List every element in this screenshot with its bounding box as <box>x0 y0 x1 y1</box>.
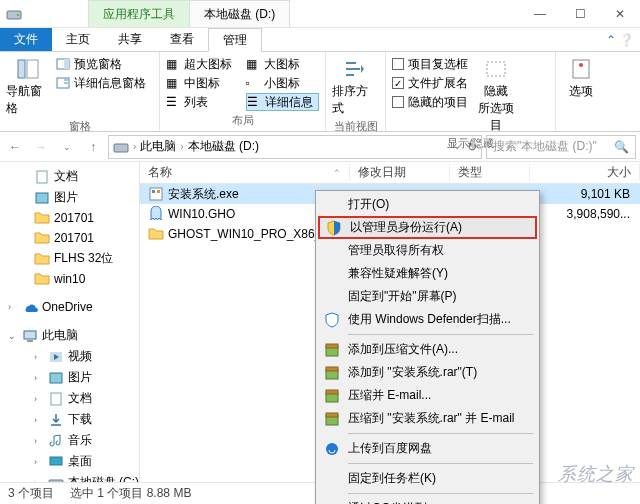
svg-rect-2 <box>18 60 25 78</box>
svg-rect-14 <box>36 193 48 203</box>
help-icon[interactable]: ⌃ ❔ <box>600 28 640 51</box>
details-pane-button[interactable]: 详细信息窗格 <box>56 74 146 92</box>
column-headers[interactable]: 名称⌃ 修改日期 类型 大小 <box>140 162 640 184</box>
nav-tree[interactable]: 文档 图片 201701 201701 FLHS 32位 win10 ›OneD… <box>0 162 140 482</box>
gho-icon <box>148 206 164 222</box>
layout-list[interactable]: ☰列表 <box>166 93 240 111</box>
maximize-button[interactable]: ☐ <box>560 1 600 27</box>
cm-pin-start[interactable]: 固定到"开始"屏幕(P) <box>318 285 537 308</box>
layout-details[interactable]: ☰详细信息 <box>246 93 320 111</box>
svg-rect-10 <box>573 60 589 78</box>
back-button[interactable]: ← <box>4 136 26 158</box>
svg-point-11 <box>579 63 583 67</box>
ribbon-tabs: 文件 主页 共享 查看 管理 ⌃ ❔ <box>0 28 640 52</box>
contextual-tab-tools[interactable]: 应用程序工具 <box>88 0 190 27</box>
winrar-icon <box>324 365 340 381</box>
drive-icon <box>6 6 22 22</box>
cm-compress-rar-email[interactable]: 压缩到 "安装系统.rar" 并 E-mail <box>318 407 537 430</box>
shield-icon <box>326 220 342 236</box>
item-count: 3 个项目 <box>8 485 54 502</box>
tree-folder[interactable]: win10 <box>0 269 139 289</box>
cm-baidu[interactable]: 上传到百度网盘 <box>318 437 537 460</box>
svg-rect-13 <box>37 171 47 183</box>
tree-pictures[interactable]: 图片 <box>0 187 139 208</box>
exe-icon <box>148 186 164 202</box>
layout-medium[interactable]: ▦中图标 <box>166 74 240 92</box>
cm-add-rar[interactable]: 添加到 "安装系统.rar"(T) <box>318 361 537 384</box>
qab-sep <box>26 6 42 22</box>
drive-icon <box>113 139 129 155</box>
svg-rect-16 <box>27 340 33 342</box>
nav-pane-button[interactable]: 导航窗格 <box>6 55 50 117</box>
tree-documents2[interactable]: ›文档 <box>0 388 139 409</box>
svg-rect-33 <box>326 413 338 417</box>
tree-folder[interactable]: 201701 <box>0 228 139 248</box>
minimize-button[interactable]: — <box>520 1 560 27</box>
cm-qq-send[interactable]: 通过QQ发送到▶ <box>318 497 537 504</box>
breadcrumb-drive[interactable]: 本地磁盘 (D:) <box>188 138 259 155</box>
home-tab[interactable]: 主页 <box>52 28 104 51</box>
cm-troubleshoot[interactable]: 兼容性疑难解答(Y) <box>318 262 537 285</box>
share-tab[interactable]: 共享 <box>104 28 156 51</box>
svg-rect-5 <box>64 59 69 69</box>
titlebar: 应用程序工具 本地磁盘 (D:) — ☐ ✕ <box>0 0 640 28</box>
breadcrumb-this-pc[interactable]: 此电脑 <box>140 138 176 155</box>
title-tab: 本地磁盘 (D:) <box>189 0 290 27</box>
file-tab[interactable]: 文件 <box>0 28 52 51</box>
cm-run-as-admin[interactable]: 以管理员身份运行(A) <box>318 216 537 239</box>
cm-defender[interactable]: 使用 Windows Defender扫描... <box>318 308 537 331</box>
view-tab[interactable]: 查看 <box>156 28 208 51</box>
sort-by-button[interactable]: 排序方式 <box>332 55 376 117</box>
layout-extra-large[interactable]: ▦超大图标 <box>166 55 240 73</box>
search-input[interactable]: 搜索"本地磁盘 (D:)" 🔍 <box>486 135 636 159</box>
svg-rect-19 <box>50 373 62 383</box>
svg-rect-3 <box>27 60 38 78</box>
refresh-icon[interactable]: ↻ <box>467 140 477 154</box>
svg-rect-27 <box>326 344 338 348</box>
search-icon: 🔍 <box>614 140 629 154</box>
svg-rect-9 <box>487 62 505 76</box>
hide-selected-button[interactable]: 隐藏 所选项目 <box>474 55 518 134</box>
cm-compress-email[interactable]: 压缩并 E-mail... <box>318 384 537 407</box>
defender-icon <box>324 312 340 328</box>
item-checkbox-toggle[interactable]: 项目复选框 <box>392 55 468 73</box>
tree-desktop[interactable]: ›桌面 <box>0 451 139 472</box>
svg-rect-12 <box>114 144 128 152</box>
tree-documents[interactable]: 文档 <box>0 166 139 187</box>
tree-this-pc[interactable]: ⌄此电脑 <box>0 325 139 346</box>
baidu-icon <box>324 441 340 457</box>
cm-pin-taskbar[interactable]: 固定到任务栏(K) <box>318 467 537 490</box>
selection-info: 选中 1 个项目 8.88 MB <box>70 485 191 502</box>
tree-onedrive[interactable]: ›OneDrive <box>0 297 139 317</box>
tree-videos[interactable]: ›视频 <box>0 346 139 367</box>
addressbar: ← → ⌄ ↑ › 此电脑 › 本地磁盘 (D:) ⌄↻ 搜索"本地磁盘 (D:… <box>0 132 640 162</box>
forward-button[interactable]: → <box>30 136 52 158</box>
tree-folder[interactable]: FLHS 32位 <box>0 248 139 269</box>
tree-music[interactable]: ›音乐 <box>0 430 139 451</box>
tree-folder[interactable]: 201701 <box>0 208 139 228</box>
file-ext-toggle[interactable]: ✓文件扩展名 <box>392 74 468 92</box>
manage-tab[interactable]: 管理 <box>208 28 262 52</box>
svg-rect-20 <box>51 393 61 405</box>
layout-large[interactable]: ▦大图标 <box>246 55 320 73</box>
recent-dropdown[interactable]: ⌄ <box>56 136 78 158</box>
cm-add-archive[interactable]: 添加到压缩文件(A)... <box>318 338 537 361</box>
preview-pane-button[interactable]: 预览窗格 <box>56 55 146 73</box>
winrar-icon <box>324 388 340 404</box>
up-button[interactable]: ↑ <box>82 136 104 158</box>
cm-take-ownership[interactable]: 管理员取得所有权 <box>318 239 537 262</box>
svg-rect-22 <box>49 480 63 483</box>
winrar-icon <box>324 411 340 427</box>
options-button[interactable]: 选项 <box>562 55 600 126</box>
hidden-items-toggle[interactable]: 隐藏的项目 <box>392 93 468 111</box>
breadcrumb[interactable]: › 此电脑 › 本地磁盘 (D:) ⌄↻ <box>108 135 482 159</box>
close-button[interactable]: ✕ <box>600 1 640 27</box>
svg-rect-15 <box>24 331 36 339</box>
svg-rect-23 <box>150 188 162 200</box>
tree-pictures2[interactable]: ›图片 <box>0 367 139 388</box>
tree-local-c[interactable]: ›本地磁盘 (C:) <box>0 472 139 482</box>
tree-downloads[interactable]: ›下载 <box>0 409 139 430</box>
winrar-icon <box>324 342 340 358</box>
layout-small[interactable]: ▫小图标 <box>246 74 320 92</box>
cm-open[interactable]: 打开(O) <box>318 193 537 216</box>
